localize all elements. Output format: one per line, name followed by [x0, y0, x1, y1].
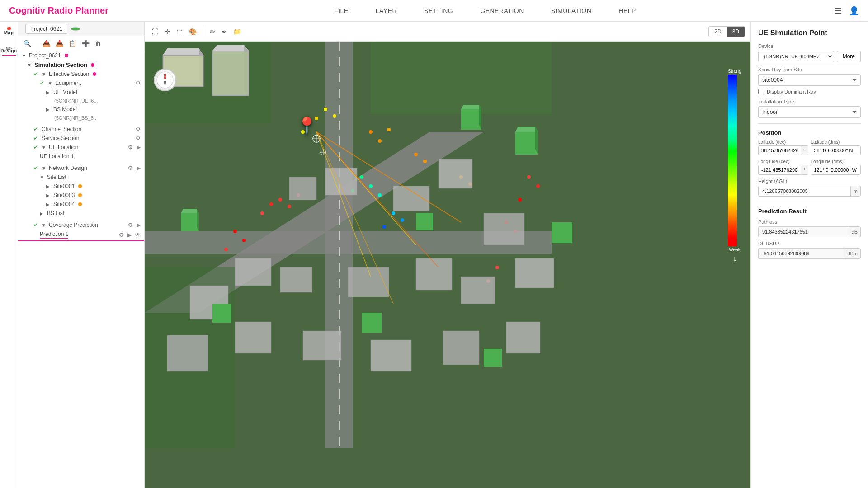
map-3d-btn[interactable]: 3D [727, 27, 745, 37]
ue-location-item[interactable]: ✔ ▼ UE Location ⚙ ▶ [18, 143, 144, 152]
coverage-gear-icon[interactable]: ⚙ [128, 222, 133, 228]
ue-location-play-icon[interactable]: ▶ [137, 144, 141, 150]
installation-type-select[interactable]: Indoor [758, 106, 861, 118]
map-nav-item[interactable]: 📍 Map [4, 26, 14, 35]
channel-section-item[interactable]: ✔ Channel Section ⚙ [18, 125, 144, 134]
prediction-1-eye-icon[interactable]: 👁 [135, 232, 141, 238]
move-icon[interactable]: ✛ [163, 26, 172, 37]
equipment-item[interactable]: ✔ ▼ Equipment ⚙ [18, 79, 144, 88]
service-gear-icon[interactable]: ⚙ [136, 135, 141, 141]
project-root-item[interactable]: ▼ Project_0621 [18, 51, 144, 60]
hamburger-icon[interactable]: ☰ [835, 6, 842, 16]
fullscreen-icon[interactable]: ⛶ [150, 26, 160, 37]
height-agl-input[interactable] [759, 186, 850, 196]
site-list-item[interactable]: ▼ Site List [18, 173, 144, 182]
svg-point-34 [414, 153, 418, 156]
ue-location-gear-icon[interactable]: ⚙ [128, 144, 133, 150]
prediction-1-label: Prediction 1 [40, 231, 68, 239]
site0003-item[interactable]: ▶ Site0003 [18, 191, 144, 200]
add-icon[interactable]: ➕ [81, 39, 90, 48]
more-button[interactable]: More [837, 51, 861, 62]
simulation-section-label: Simulation Section [34, 61, 87, 68]
site0001-item[interactable]: ▶ Site0001 [18, 182, 144, 191]
nav-help[interactable]: HELP [618, 7, 636, 14]
pathloss-label: Pathloss [758, 219, 861, 225]
lat-dec-input[interactable] [759, 146, 801, 155]
left-nav-icons: 📍 Map ✏ Design [0, 22, 18, 488]
prediction-1-item[interactable]: Prediction 1 ⚙ ▶ 👁 [18, 230, 144, 241]
svg-rect-77 [416, 213, 433, 230]
nav-simulation[interactable]: SIMULATION [551, 7, 592, 14]
network-design-play-icon[interactable]: ▶ [137, 165, 141, 171]
svg-point-17 [288, 205, 291, 208]
svg-point-24 [527, 175, 531, 179]
layers-icon[interactable]: 📋 [68, 39, 77, 48]
expand-coverage-arrow: ▼ [42, 223, 47, 228]
design-nav-item[interactable]: ✏ Design [0, 44, 17, 56]
site0001-status-dot [78, 184, 82, 188]
ue-model-item[interactable]: ▶ UE Model [18, 88, 144, 97]
lon-dec-input[interactable] [759, 165, 801, 174]
network-design-item[interactable]: ✔ ▼ Network Design ⚙ ▶ [18, 164, 144, 173]
lon-dms-group: Longitude (dms) [811, 159, 861, 175]
site-select[interactable]: site0004 [758, 74, 861, 86]
project-name[interactable]: Project_0621 [25, 24, 67, 34]
export-icon[interactable]: 📤 [42, 39, 51, 48]
lat-dms-input[interactable] [811, 146, 861, 155]
site0004-item[interactable]: ▶ Site0004 [18, 200, 144, 209]
simulation-section-item[interactable]: ▼ Simulation Section [18, 60, 144, 70]
signal-arrow-down: ↓ [728, 254, 741, 263]
delete-map-icon[interactable]: 🗑 [175, 26, 184, 37]
right-panel: UE Simulation Point Device (5GNR)NR_UE_6… [750, 22, 868, 488]
device-select[interactable]: (5GNR)NR_UE_600MHz [758, 51, 834, 62]
signal-strong-label: Strong [728, 69, 741, 74]
position-section-title: Position [758, 129, 861, 136]
bs-list-item[interactable]: ▶ BS List [18, 209, 144, 218]
nav-setting[interactable]: SETTING [424, 7, 453, 14]
display-dominant-ray-checkbox[interactable] [758, 89, 764, 94]
display-dominant-ray-label: Display Dominant Ray [767, 89, 816, 94]
design-label: Design [0, 48, 17, 53]
svg-rect-61 [167, 335, 208, 371]
polygon-icon[interactable]: ✏ [208, 26, 217, 37]
effective-check-icon: ✔ [33, 71, 40, 77]
nav-menu: FILE LAYER SETTING GENERATION SIMULATION… [136, 7, 835, 14]
map-2d-btn[interactable]: 2D [709, 27, 726, 37]
effective-section-item[interactable]: ✔ ▼ Effective Section [18, 70, 144, 79]
folder-icon[interactable]: 📁 [231, 26, 243, 37]
path-icon[interactable]: ✒ [220, 26, 229, 37]
search-icon[interactable]: 🔍 [23, 39, 32, 48]
prediction-1-gear-icon[interactable]: ⚙ [119, 232, 124, 238]
pathloss-input[interactable] [759, 227, 849, 237]
bs-model-label: BS Model [53, 106, 77, 113]
user-icon[interactable]: 👤 [849, 6, 859, 16]
bs-model-item[interactable]: ▶ BS Model [18, 105, 144, 114]
lon-dms-input[interactable] [811, 165, 861, 174]
svg-point-38 [324, 108, 327, 111]
coverage-prediction-item[interactable]: ✔ ▼ Coverage Prediction ⚙ ▶ [18, 221, 144, 230]
service-section-item[interactable]: ✔ Service Section ⚙ [18, 134, 144, 143]
site0004-status-dot [78, 202, 82, 206]
svg-point-29 [495, 266, 499, 269]
ue-location-1-item[interactable]: UE Location 1 [18, 152, 144, 161]
svg-point-26 [518, 198, 522, 202]
import-icon[interactable]: 📥 [55, 39, 64, 48]
delete-icon[interactable]: 🗑 [94, 39, 102, 48]
svg-point-25 [536, 184, 540, 188]
lon-dec-label: Longitude (dec) [758, 159, 808, 164]
network-design-gear-icon[interactable]: ⚙ [128, 165, 133, 171]
map-canvas[interactable]: N 📍 Strong Weak ↓ [145, 42, 750, 488]
nav-layer[interactable]: LAYER [376, 7, 397, 14]
expand-effective-arrow: ▼ [42, 72, 47, 77]
nav-file[interactable]: FILE [334, 7, 349, 14]
prediction-1-play-icon[interactable]: ▶ [127, 232, 132, 238]
dl-rsrp-input[interactable] [759, 249, 844, 258]
paint-icon[interactable]: 🎨 [187, 26, 198, 37]
coverage-play-icon[interactable]: ▶ [137, 222, 141, 228]
svg-rect-80 [552, 222, 572, 243]
svg-point-42 [360, 175, 363, 179]
nav-generation[interactable]: GENERATION [480, 7, 524, 14]
equipment-gear-icon[interactable]: ⚙ [136, 80, 141, 86]
svg-rect-70 [461, 109, 481, 130]
channel-gear-icon[interactable]: ⚙ [136, 126, 141, 132]
